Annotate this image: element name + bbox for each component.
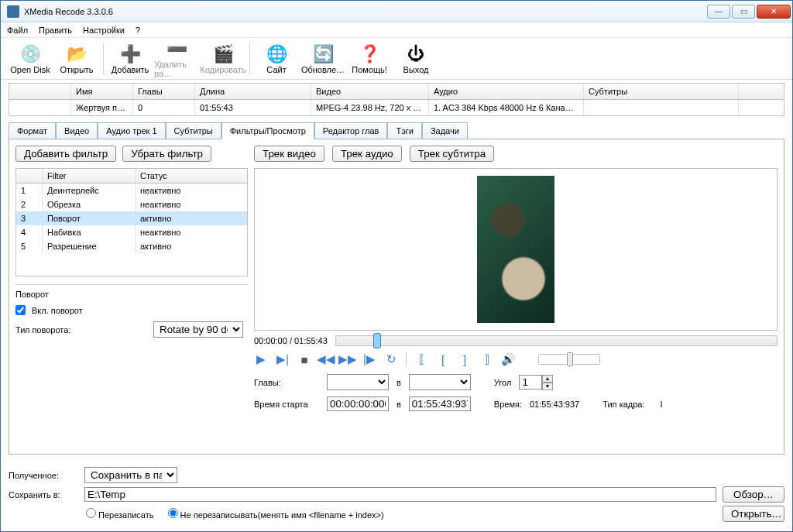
end-time-input[interactable] [409, 396, 471, 411]
step-fwd-icon[interactable]: |▶ [362, 353, 376, 366]
toolbar-help[interactable]: ❓Помощь! [346, 39, 393, 78]
open-file-label: Открыть [60, 65, 93, 74]
loop-icon[interactable]: ↻ [384, 353, 398, 366]
toolbar-open-file[interactable]: 📂Открыть [53, 39, 100, 78]
toolbar-add[interactable]: ➕Добавить [107, 39, 153, 78]
tab-6[interactable]: Тэги [387, 122, 422, 139]
bracket-open-icon[interactable]: [ [436, 353, 450, 366]
update-icon: 🔄 [312, 43, 334, 65]
toolbar-update[interactable]: 🔄Обновле… [300, 39, 346, 78]
chapter-to-select[interactable] [409, 374, 471, 390]
app-icon [7, 5, 19, 18]
rotate-type-select[interactable]: Rotate by 90 degrees [153, 321, 243, 338]
filter-row[interactable]: 2Обрезканеактивно [16, 197, 247, 211]
rotate-title: Поворот [15, 290, 248, 299]
tab-4[interactable]: Фильтры/Просмотр [221, 122, 314, 139]
angle-spinner[interactable]: ▴▾ [519, 375, 553, 390]
chapters-label: Главы: [254, 378, 319, 387]
tab-7[interactable]: Задачи [422, 122, 468, 139]
rotate-panel: Поворот Вкл. поворот Тип поворота: Rotat… [15, 284, 248, 344]
enable-rotate-checkbox[interactable] [15, 305, 26, 315]
start-time-label: Время старта [254, 400, 319, 409]
remove-filter-button[interactable]: Убрать фильтр [122, 146, 211, 162]
save-in-label: Сохранить в: [9, 490, 78, 499]
tab-5[interactable]: Редактор глав [314, 122, 388, 139]
tab-0[interactable]: Формат [9, 122, 56, 139]
track-subtitle-button[interactable]: Трек субтитра [410, 146, 494, 162]
col-subtitles[interactable]: Субтитры [584, 84, 739, 99]
tabset: ФорматВидеоАудио трек 1СубтитрыФильтры/П… [9, 122, 784, 139]
filter-row[interactable]: 3Поворотактивно [16, 211, 247, 225]
close-button[interactable]: ✕ [757, 5, 791, 19]
col-chapters[interactable]: Главы [133, 84, 195, 99]
save-path-input[interactable] [84, 487, 716, 502]
filter-row[interactable]: 4Набивканеактивно [16, 225, 247, 239]
open-button[interactable]: Открыть… [723, 506, 784, 522]
angle-down-icon[interactable]: ▾ [542, 383, 553, 390]
toolbar-encode: 🎬Кодировать [200, 39, 246, 78]
bracket-close-icon[interactable]: ] [458, 353, 472, 366]
timeline-thumb[interactable] [373, 333, 381, 348]
time-display: 00:00:00 / 01:55:43 [254, 336, 328, 345]
col-video[interactable]: Видео [311, 84, 429, 99]
preview-column: Трек видео Трек аудио Трек субтитра 00:0… [254, 146, 778, 448]
col-name[interactable]: Имя [71, 84, 133, 99]
exit-icon: ⏻ [405, 43, 427, 65]
speaker-icon[interactable]: 🔊 [501, 353, 515, 366]
file-row[interactable]: Жертвуя п… 0 01:55:43 MPEG-4 23.98 Hz, 7… [9, 100, 784, 115]
menu-file[interactable]: Файл [7, 26, 28, 35]
toolbar-site[interactable]: 🌐Сайт [253, 39, 300, 78]
menubar: Файл Править Настройки ? [1, 22, 792, 38]
rewind-icon[interactable]: ◀◀ [319, 353, 333, 366]
tab-3[interactable]: Субтитры [166, 122, 221, 139]
menu-edit[interactable]: Править [39, 26, 72, 35]
no-overwrite-radio[interactable]: Не перезаписывать(менять имя <filename +… [168, 508, 384, 520]
col-blank[interactable] [9, 84, 71, 99]
open-disk-label: Open Disk [10, 65, 50, 74]
volume-thumb[interactable] [567, 352, 573, 366]
enable-rotate-label: Вкл. поворот [32, 306, 83, 315]
tab-1[interactable]: Видео [56, 122, 98, 139]
menu-settings[interactable]: Настройки [83, 26, 125, 35]
output-mode-select[interactable]: Сохранить в папку [84, 467, 177, 483]
frame-type-label: Тип кадра: [602, 400, 644, 409]
angle-up-icon[interactable]: ▴ [542, 375, 553, 383]
mark-in-icon[interactable]: ⟦ [414, 353, 428, 366]
volume-slider[interactable] [538, 354, 600, 365]
menu-help[interactable]: ? [136, 26, 140, 35]
play-icon[interactable]: ▶ [254, 353, 268, 366]
chapter-in-label: в [396, 378, 401, 387]
toolbar-exit[interactable]: ⏻Выход [393, 39, 439, 78]
video-frame [477, 176, 554, 323]
transport-bar: ▶ ▶| ■ ◀◀ ▶▶ |▶ ↻ ⟦ [ ] ⟧ 🔊 [254, 352, 778, 366]
filter-row[interactable]: 5Разрешениеактивно [16, 239, 247, 253]
toolbar-open-disk[interactable]: 💿Open Disk [7, 39, 53, 78]
mark-out-icon[interactable]: ⟧ [479, 353, 493, 366]
track-buttons: Трек видео Трек аудио Трек субтитра [254, 146, 778, 162]
angle-input[interactable] [519, 375, 542, 390]
received-label: Полученное: [9, 471, 78, 480]
next-icon[interactable]: ▶| [276, 353, 290, 366]
col-length[interactable]: Длина [195, 84, 311, 99]
rotate-type-label: Тип поворота: [15, 325, 147, 335]
browse-button[interactable]: Обзор… [723, 486, 784, 503]
update-label: Обновле… [301, 65, 345, 74]
overwrite-radio[interactable]: Перезаписать [86, 508, 154, 520]
help-label: Помощь! [352, 65, 387, 74]
chapter-from-select[interactable] [327, 374, 389, 390]
encode-icon: 🎬 [212, 43, 234, 65]
track-audio-button[interactable]: Трек аудио [332, 146, 402, 162]
track-video-button[interactable]: Трек видео [254, 146, 324, 162]
maximize-button[interactable]: ▭ [732, 5, 755, 19]
start-time-input[interactable] [327, 396, 389, 411]
timeline-slider[interactable] [335, 335, 778, 346]
add-icon: ➕ [119, 43, 141, 65]
tab-2[interactable]: Аудио трек 1 [98, 122, 165, 139]
stop-icon[interactable]: ■ [297, 353, 311, 366]
col-audio[interactable]: Аудио [429, 84, 584, 99]
fastfwd-icon[interactable]: ▶▶ [341, 353, 355, 366]
add-filter-button[interactable]: Добавить фильтр [15, 146, 116, 162]
frame-type-value: I [661, 400, 663, 409]
filter-row[interactable]: 1Деинтерлейснеактивно [16, 184, 247, 197]
minimize-button[interactable]: — [707, 5, 730, 19]
